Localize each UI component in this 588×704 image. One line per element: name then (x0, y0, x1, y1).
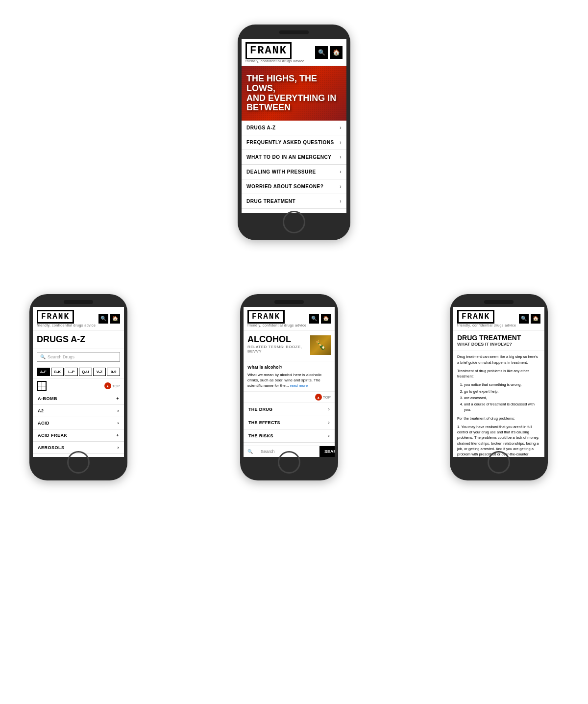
drug-name-aerosols: AEROSOLS (38, 445, 65, 450)
drug-name-acid: ACID (38, 421, 49, 426)
alpha-btn-09[interactable]: 0-9 (107, 368, 120, 376)
find-support-button[interactable]: FIND SUPPORT NEAR YOU (245, 213, 343, 213)
search-icon-small: 🔍 (40, 354, 46, 359)
nav-label-the-risks: THE RISKS (248, 433, 273, 438)
chevron-nav-2: › (328, 433, 330, 438)
app-header-2: FRANK friendly, confidential drugs advic… (33, 307, 124, 330)
search-icon-btn[interactable]: 🔍 (315, 46, 328, 59)
menu-item-treatment[interactable]: DRUG TREATMENT › (242, 194, 346, 209)
chevron-nav-0: › (328, 407, 330, 412)
chevron-icon-2: › (340, 154, 342, 160)
alpha-btn-vz[interactable]: V-Z (93, 368, 106, 376)
alpha-btn-qu[interactable]: Q-U (79, 368, 92, 376)
menu-label-faq: FREQUENTLY ASKED QUESTIONS (246, 140, 334, 145)
chevron-icon-a2: › (118, 408, 120, 413)
treatment-list1: you notice that something is wrong, go t… (457, 382, 540, 412)
menu-item-faq[interactable]: FREQUENTLY ASKED QUESTIONS › (242, 135, 346, 150)
search-bar-container[interactable]: 🔍 Search Drugs (33, 349, 124, 365)
alpha-filter-bar: A-F G-K L-P Q-U V-Z 0-9 (33, 365, 124, 379)
frank-subtitle-4: friendly, confidential drugs advice (457, 324, 516, 327)
support-section: FIND SUPPORT NEAR YOU EMAIL TEXT 82111 C… (242, 209, 346, 213)
alpha-btn-af[interactable]: A-F (37, 368, 50, 376)
chevron-icon-acid: › (118, 421, 120, 426)
home-icon-btn-2[interactable]: 🏠 (110, 314, 120, 324)
drug-item-agaric[interactable]: AGARIC › (33, 454, 124, 457)
phone-screen-alcohol: FRANK friendly, confidential drugs advic… (244, 307, 335, 457)
treatment-body: Drug treatment can seem like a big step … (453, 351, 544, 457)
treatment-list1-item3: are assessed, (464, 395, 540, 401)
drug-item-acid-freak[interactable]: ACID FREAK + (33, 429, 124, 442)
menu-label-emergency: WHAT TO DO IN AN EMERGENCY (246, 154, 331, 160)
phone-frame-drugs-az: FRANK friendly, confidential drugs advic… (29, 294, 127, 480)
menu-label-drugs-az: DRUGS A-Z (246, 125, 276, 130)
nav-label-the-effects: THE EFFECTS (248, 420, 280, 425)
phone-screen-main-menu: FRANK friendly, confidential drugs advic… (242, 39, 346, 213)
drug-item-a2[interactable]: A2 › (33, 405, 124, 417)
what-is-section: What is alcohol? What we mean by alcohol… (244, 361, 335, 392)
menu-label-worried: WORRIED ABOUT SOMEONE? (246, 184, 323, 189)
drug-name-abomb: A-BOMB (38, 396, 57, 401)
logo-container-3: FRANK friendly, confidential drugs advic… (247, 310, 306, 327)
search-footer-icon: 🔍 (244, 446, 257, 457)
nav-item-the-risks[interactable]: THE RISKS › (244, 429, 335, 443)
drug-search-bar[interactable]: 🔍 Search Drugs (37, 352, 120, 362)
hero-text-line1: THE HIGHS, THE LOWS, (246, 74, 342, 94)
top-link-1[interactable]: ▲ TOP (104, 382, 120, 389)
treatment-header: DRUG TREATMENT WHAT DOES IT INVOLVE? (453, 330, 544, 351)
search-placeholder-text: Search Drugs (48, 354, 74, 359)
treatment-list1-item1: you notice that something is wrong, (464, 382, 540, 387)
drug-title: ALCOHOL (247, 334, 307, 345)
menu-item-emergency[interactable]: WHAT TO DO IN AN EMERGENCY › (242, 150, 346, 165)
drug-name-acid-freak: ACID FREAK (38, 433, 68, 438)
drug-list: A-BOMB + A2 › ACID › ACID FREAK + AEROSO… (33, 393, 124, 457)
search-footer-button[interactable]: SEARCH (319, 446, 335, 457)
drug-image: 🍾 (310, 335, 331, 355)
search-icon-btn-2[interactable]: 🔍 (98, 314, 108, 324)
treatment-para1: Drug treatment can seem like a big step … (457, 354, 540, 365)
menu-item-pressure[interactable]: DEALING WITH PRESSURE › (242, 165, 346, 179)
grid-view-icon[interactable] (37, 381, 47, 391)
frank-logo-3: FRANK (247, 310, 285, 324)
phone-frame-alcohol: FRANK friendly, confidential drugs advic… (240, 294, 338, 480)
chevron-icon-0: › (340, 125, 342, 130)
search-icon-btn-4[interactable]: 🔍 (519, 314, 529, 324)
drug-item-aerosols[interactable]: AEROSOLS › (33, 442, 124, 454)
header-icons: 🔍 🏠 (315, 46, 343, 59)
top-circle-icon-2: ▲ (315, 394, 322, 401)
home-icon-btn[interactable]: 🏠 (330, 46, 343, 59)
menu-label-treatment: DRUG TREATMENT (246, 199, 295, 204)
header-icons-3: 🔍 🏠 (309, 314, 331, 324)
phone-screen-drugs-az: FRANK friendly, confidential drugs advic… (33, 307, 124, 457)
search-footer-input[interactable] (257, 446, 319, 457)
home-icon-btn-4[interactable]: 🏠 (531, 314, 540, 324)
plus-icon-abomb: + (116, 396, 119, 401)
chevron-nav-1: › (328, 420, 330, 425)
nav-item-the-effects[interactable]: THE EFFECTS › (244, 416, 335, 429)
hero-text-line2: AND EVERYTHING IN BETWEEN (246, 94, 342, 113)
frank-subtitle: friendly, confidential drugs advice (245, 59, 304, 63)
frank-logo-2: FRANK (37, 310, 74, 324)
home-icon-btn-3[interactable]: 🏠 (321, 314, 331, 324)
frank-subtitle-2: friendly, confidential drugs advice (37, 324, 96, 327)
what-is-text: What we mean by alcohol here is alcoholi… (247, 372, 331, 389)
alpha-btn-gk[interactable]: G-K (51, 368, 64, 376)
search-icon-btn-3[interactable]: 🔍 (309, 314, 319, 324)
top-label-1: TOP (112, 384, 120, 388)
menu-label-pressure: DEALING WITH PRESSURE (246, 169, 316, 175)
what-is-title: What is alcohol? (247, 364, 331, 371)
nav-item-the-drug[interactable]: THE DRUG › (244, 403, 335, 416)
drug-item-acid[interactable]: ACID › (33, 417, 124, 429)
alpha-btn-lp[interactable]: L-P (65, 368, 78, 376)
frank-logo: FRANK (245, 42, 292, 59)
treatment-list1-item4: and a course of treatment is discussed w… (464, 402, 540, 413)
logo-container: FRANK friendly, confidential drugs advic… (245, 42, 304, 63)
top-label-2: TOP (323, 395, 331, 400)
drugs-az-title: DRUGS A-Z (33, 330, 124, 349)
phone-screen-treatment: FRANK friendly, confidential drugs advic… (453, 307, 544, 457)
read-more-link[interactable]: read more (290, 383, 308, 388)
menu-item-worried[interactable]: WORRIED ABOUT SOMEONE? › (242, 179, 346, 194)
top-link-2[interactable]: ▲ TOP (315, 394, 331, 401)
drug-item-abomb[interactable]: A-BOMB + (33, 393, 124, 405)
menu-item-drugs-az[interactable]: DRUGS A-Z › (242, 121, 346, 135)
drug-name-a2: A2 (38, 408, 44, 413)
